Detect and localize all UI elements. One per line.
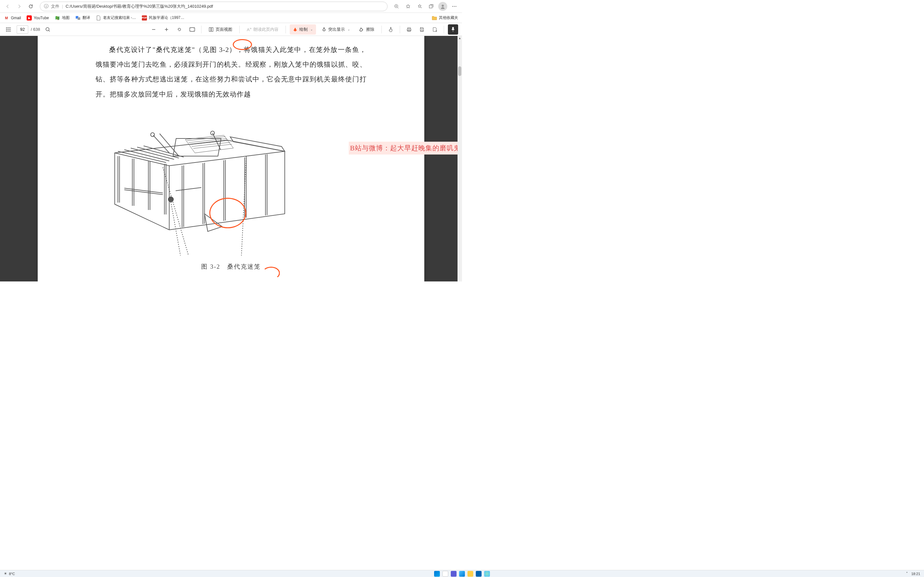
refresh-button[interactable]	[26, 1, 36, 11]
search-icon[interactable]	[43, 24, 53, 35]
file-icon	[96, 15, 101, 21]
highlighter-icon	[322, 27, 326, 32]
save-as-icon[interactable]	[430, 24, 440, 35]
svg-point-2	[442, 5, 444, 7]
svg-point-4	[454, 6, 455, 6]
bookmark-translate[interactable]: 翻译	[75, 15, 90, 21]
svg-point-18	[168, 197, 174, 202]
gmail-icon: M	[4, 15, 9, 21]
bookmark-gmail[interactable]: M Gmail	[4, 15, 21, 21]
chevron-down-icon: ⌄	[347, 27, 350, 31]
svg-point-5	[456, 6, 456, 6]
page-total: / 638	[31, 27, 40, 32]
read-aloud-icon: A»	[247, 26, 252, 32]
puzzle-box-illustration	[95, 105, 291, 262]
eraser-icon	[359, 27, 364, 32]
save-icon[interactable]	[417, 24, 427, 35]
zoom-out-icon[interactable]	[149, 24, 159, 35]
chevron-down-icon: ⌄	[310, 27, 313, 31]
bookmark-search-result[interactable]: 老友记搜索结果 -…	[96, 15, 136, 21]
pin-toolbar-icon[interactable]	[448, 24, 458, 35]
pdf-icon: PDF	[142, 15, 147, 21]
zoom-in-icon[interactable]	[162, 24, 172, 35]
browser-nav-bar: ⓘ 文件 | C:/Users/简筱诞/Desktop/书籍/教育心理学%20第…	[0, 0, 462, 13]
youtube-icon: ▶	[27, 15, 32, 21]
touch-icon[interactable]	[386, 24, 396, 35]
favorite-icon[interactable]	[403, 1, 413, 11]
collections-icon[interactable]	[426, 1, 436, 11]
scroll-thumb[interactable]	[458, 66, 461, 76]
svg-point-3	[452, 6, 453, 6]
maps-icon	[55, 15, 60, 21]
scroll-up-arrow-icon[interactable]: ▲	[457, 36, 462, 40]
url-path: C:/Users/简筱诞/Desktop/书籍/教育心理学%20第三版%20张大…	[65, 3, 383, 9]
svg-rect-7	[78, 17, 80, 20]
figure-3-2: 图 3-2 桑代克迷笼	[95, 105, 367, 271]
svg-rect-15	[173, 139, 221, 156]
favorites-list-icon[interactable]	[415, 1, 425, 11]
bookmark-youtube[interactable]: ▶ YouTube	[27, 15, 49, 21]
svg-rect-10	[209, 27, 211, 31]
print-icon[interactable]	[404, 24, 414, 35]
bookmark-maps[interactable]: 地图	[55, 15, 69, 21]
bookmarks-bar: M Gmail ▶ YouTube 地图 翻译 老友记搜索结果 -… PDF 民…	[0, 13, 462, 23]
contents-toggle-icon[interactable]	[4, 24, 14, 35]
body-paragraph: 桑代克设计了"桑代克迷笼"（见图 3-2），将饿猫关入此笼中，在笼外放一条鱼，饿…	[95, 42, 367, 102]
rotate-icon[interactable]	[174, 24, 184, 35]
url-label: 文件	[51, 3, 59, 9]
draw-button[interactable]: 绘制 ⌄	[290, 24, 316, 35]
profile-avatar[interactable]	[438, 1, 448, 11]
other-bookmarks[interactable]: 其他收藏夹	[432, 15, 458, 21]
more-icon[interactable]	[449, 1, 459, 11]
page-view-button[interactable]: 页面视图	[205, 24, 236, 35]
figure-caption: 图 3-2 桑代克迷笼	[95, 263, 367, 271]
back-button[interactable]	[3, 1, 13, 11]
fit-page-icon[interactable]	[187, 24, 197, 35]
pdf-viewport[interactable]: 桑代克设计了"桑代克迷笼"（见图 3-2），将饿猫关入此笼中，在笼外放一条鱼，饿…	[0, 36, 462, 282]
zoom-icon[interactable]	[391, 1, 402, 11]
highlight-button[interactable]: 突出显示 ⌄	[318, 24, 353, 35]
forward-button[interactable]	[14, 1, 24, 11]
svg-rect-12	[408, 27, 410, 29]
pen-icon	[293, 27, 297, 32]
erase-button[interactable]: 擦除	[356, 24, 378, 35]
pdf-page: 桑代克设计了"桑代克迷笼"（见图 3-2），将饿猫关入此笼中，在笼外放一条鱼，饿…	[38, 36, 425, 282]
svg-point-16	[151, 133, 155, 137]
info-icon: ⓘ	[44, 3, 48, 9]
page-view-icon	[208, 27, 214, 32]
bookmark-ethnology[interactable]: PDF 民族学通论（1997…	[142, 15, 184, 21]
folder-icon	[432, 16, 437, 20]
address-bar[interactable]: ⓘ 文件 | C:/Users/简筱诞/Desktop/书籍/教育心理学%20第…	[40, 2, 388, 11]
page-number-input[interactable]	[17, 25, 28, 34]
watermark-overlay: B站与微博：起大早赶晚集的磨叽鬼	[349, 142, 462, 155]
vertical-scrollbar[interactable]: ▲	[457, 36, 462, 282]
translate-icon	[75, 15, 81, 21]
read-aloud-button[interactable]: A» 朗读此页内容	[244, 24, 282, 35]
svg-rect-1	[429, 5, 432, 8]
svg-point-8	[46, 27, 49, 31]
svg-rect-11	[212, 27, 213, 31]
pdf-toolbar: / 638 页面视图 A» 朗读此页内容 绘制 ⌄ 突出显示 ⌄ 擦除	[0, 23, 462, 36]
